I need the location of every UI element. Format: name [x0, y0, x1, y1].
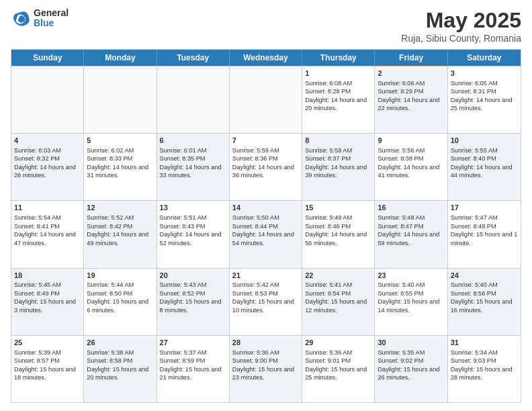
- day-info: Sunrise: 5:35 AM Sunset: 9:02 PM Dayligh…: [378, 349, 444, 382]
- day-number: 23: [378, 271, 444, 281]
- header: General Blue May 2025 Ruja, Sibiu County…: [11, 8, 521, 44]
- calendar-cell: 15Sunrise: 5:49 AM Sunset: 8:46 PM Dayli…: [302, 201, 375, 267]
- header-day-friday: Friday: [375, 50, 447, 66]
- header-day-saturday: Saturday: [448, 50, 521, 66]
- calendar-cell: 5Sunrise: 6:02 AM Sunset: 8:33 PM Daylig…: [84, 134, 157, 200]
- calendar-cell: 25Sunrise: 5:39 AM Sunset: 8:57 PM Dayli…: [11, 336, 84, 402]
- calendar-row-5: 25Sunrise: 5:39 AM Sunset: 8:57 PM Dayli…: [11, 335, 521, 402]
- calendar-cell: 23Sunrise: 5:40 AM Sunset: 8:55 PM Dayli…: [375, 269, 447, 335]
- day-info: Sunrise: 5:44 AM Sunset: 8:50 PM Dayligh…: [87, 281, 153, 314]
- calendar-cell: 17Sunrise: 5:47 AM Sunset: 8:48 PM Dayli…: [448, 201, 521, 267]
- day-info: Sunrise: 5:37 AM Sunset: 8:59 PM Dayligh…: [160, 349, 226, 382]
- day-info: Sunrise: 5:40 AM Sunset: 8:55 PM Dayligh…: [378, 281, 444, 314]
- day-info: Sunrise: 5:47 AM Sunset: 8:48 PM Dayligh…: [451, 214, 518, 247]
- calendar-row-3: 11Sunrise: 5:54 AM Sunset: 8:41 PM Dayli…: [11, 200, 521, 267]
- calendar-cell: 1Sunrise: 6:08 AM Sunset: 8:28 PM Daylig…: [302, 66, 375, 133]
- day-number: 4: [14, 136, 81, 146]
- title-month: May 2025: [401, 8, 521, 33]
- calendar-row-1: 1Sunrise: 6:08 AM Sunset: 8:28 PM Daylig…: [11, 66, 521, 133]
- calendar-cell: 31Sunrise: 5:34 AM Sunset: 9:03 PM Dayli…: [448, 336, 521, 402]
- calendar-cell: 14Sunrise: 5:50 AM Sunset: 8:44 PM Dayli…: [230, 201, 302, 267]
- day-info: Sunrise: 5:50 AM Sunset: 8:44 PM Dayligh…: [232, 214, 299, 247]
- calendar-cell: 12Sunrise: 5:52 AM Sunset: 8:42 PM Dayli…: [84, 201, 157, 267]
- header-day-thursday: Thursday: [302, 50, 375, 66]
- day-number: 12: [87, 203, 153, 213]
- calendar-header: SundayMondayTuesdayWednesdayThursdayFrid…: [11, 50, 521, 66]
- logo-text: General Blue: [34, 8, 69, 29]
- calendar-cell: 7Sunrise: 5:59 AM Sunset: 8:36 PM Daylig…: [230, 134, 302, 200]
- day-number: 25: [14, 338, 81, 348]
- day-info: Sunrise: 6:01 AM Sunset: 8:35 PM Dayligh…: [160, 146, 226, 180]
- calendar-cell: 26Sunrise: 5:38 AM Sunset: 8:58 PM Dayli…: [84, 336, 157, 402]
- day-info: Sunrise: 5:36 AM Sunset: 9:00 PM Dayligh…: [232, 349, 299, 382]
- day-info: Sunrise: 5:49 AM Sunset: 8:46 PM Dayligh…: [305, 214, 371, 247]
- day-info: Sunrise: 5:55 AM Sunset: 8:40 PM Dayligh…: [451, 146, 518, 180]
- day-number: 27: [160, 338, 226, 348]
- calendar-cell: 6Sunrise: 6:01 AM Sunset: 8:35 PM Daylig…: [157, 134, 230, 200]
- day-info: Sunrise: 6:06 AM Sunset: 8:29 PM Dayligh…: [378, 79, 444, 113]
- day-info: Sunrise: 5:58 AM Sunset: 8:37 PM Dayligh…: [305, 146, 371, 180]
- day-number: 17: [451, 203, 518, 213]
- day-info: Sunrise: 5:34 AM Sunset: 9:03 PM Dayligh…: [451, 349, 518, 382]
- day-number: 15: [305, 203, 371, 213]
- calendar-cell: 8Sunrise: 5:58 AM Sunset: 8:37 PM Daylig…: [302, 134, 375, 200]
- logo-general: General: [34, 8, 69, 18]
- day-info: Sunrise: 6:08 AM Sunset: 8:28 PM Dayligh…: [305, 79, 371, 113]
- calendar-cell: [11, 66, 84, 133]
- calendar-cell: 20Sunrise: 5:43 AM Sunset: 8:52 PM Dayli…: [157, 269, 230, 335]
- title-location: Ruja, Sibiu County, Romania: [401, 33, 521, 44]
- calendar-row-4: 18Sunrise: 5:45 AM Sunset: 8:49 PM Dayli…: [11, 268, 521, 335]
- header-day-tuesday: Tuesday: [157, 50, 230, 66]
- day-info: Sunrise: 5:59 AM Sunset: 8:36 PM Dayligh…: [232, 146, 299, 180]
- day-number: 11: [14, 203, 81, 213]
- day-number: 20: [160, 271, 226, 281]
- day-info: Sunrise: 5:36 AM Sunset: 9:01 PM Dayligh…: [305, 349, 371, 382]
- day-info: Sunrise: 5:51 AM Sunset: 8:43 PM Dayligh…: [160, 214, 226, 247]
- calendar-cell: 18Sunrise: 5:45 AM Sunset: 8:49 PM Dayli…: [11, 269, 84, 335]
- day-number: 14: [232, 203, 299, 213]
- calendar-cell: 13Sunrise: 5:51 AM Sunset: 8:43 PM Dayli…: [157, 201, 230, 267]
- logo-blue: Blue: [34, 18, 69, 28]
- day-number: 19: [87, 271, 153, 281]
- day-number: 28: [232, 338, 299, 348]
- day-info: Sunrise: 5:39 AM Sunset: 8:57 PM Dayligh…: [14, 349, 81, 382]
- day-number: 6: [160, 136, 226, 146]
- day-info: Sunrise: 5:45 AM Sunset: 8:49 PM Dayligh…: [14, 281, 81, 314]
- day-number: 5: [87, 136, 153, 146]
- calendar-cell: 2Sunrise: 6:06 AM Sunset: 8:29 PM Daylig…: [375, 66, 447, 133]
- day-number: 18: [14, 271, 81, 281]
- day-info: Sunrise: 5:38 AM Sunset: 8:58 PM Dayligh…: [87, 349, 153, 382]
- calendar-cell: 9Sunrise: 5:56 AM Sunset: 8:38 PM Daylig…: [375, 134, 447, 200]
- calendar-cell: 24Sunrise: 5:40 AM Sunset: 8:56 PM Dayli…: [448, 269, 521, 335]
- calendar-cell: 19Sunrise: 5:44 AM Sunset: 8:50 PM Dayli…: [84, 269, 157, 335]
- day-number: 3: [451, 68, 518, 79]
- day-info: Sunrise: 5:54 AM Sunset: 8:41 PM Dayligh…: [14, 214, 81, 247]
- day-info: Sunrise: 6:05 AM Sunset: 8:31 PM Dayligh…: [451, 79, 518, 113]
- day-number: 9: [378, 136, 444, 146]
- day-number: 29: [305, 338, 371, 348]
- header-day-monday: Monday: [84, 50, 157, 66]
- day-info: Sunrise: 5:52 AM Sunset: 8:42 PM Dayligh…: [87, 214, 153, 247]
- day-number: 2: [378, 68, 444, 79]
- calendar-cell: [230, 66, 302, 133]
- logo-icon: [11, 8, 31, 28]
- day-number: 22: [305, 271, 371, 281]
- day-number: 30: [378, 338, 444, 348]
- header-day-wednesday: Wednesday: [230, 50, 302, 66]
- calendar-cell: 16Sunrise: 5:48 AM Sunset: 8:47 PM Dayli…: [375, 201, 447, 267]
- day-info: Sunrise: 6:02 AM Sunset: 8:33 PM Dayligh…: [87, 146, 153, 180]
- calendar-cell: [157, 66, 230, 133]
- logo: General Blue: [11, 8, 69, 29]
- day-number: 7: [232, 136, 299, 146]
- header-day-sunday: Sunday: [11, 50, 84, 66]
- calendar-body: 1Sunrise: 6:08 AM Sunset: 8:28 PM Daylig…: [11, 66, 521, 402]
- day-number: 8: [305, 136, 371, 146]
- title-block: May 2025 Ruja, Sibiu County, Romania: [401, 8, 521, 44]
- page: General Blue May 2025 Ruja, Sibiu County…: [0, 0, 532, 411]
- day-info: Sunrise: 5:40 AM Sunset: 8:56 PM Dayligh…: [451, 281, 518, 314]
- calendar-cell: 21Sunrise: 5:42 AM Sunset: 8:53 PM Dayli…: [230, 269, 302, 335]
- day-number: 26: [87, 338, 153, 348]
- day-info: Sunrise: 5:48 AM Sunset: 8:47 PM Dayligh…: [378, 214, 444, 247]
- calendar-cell: 3Sunrise: 6:05 AM Sunset: 8:31 PM Daylig…: [448, 66, 521, 133]
- calendar-cell: 10Sunrise: 5:55 AM Sunset: 8:40 PM Dayli…: [448, 134, 521, 200]
